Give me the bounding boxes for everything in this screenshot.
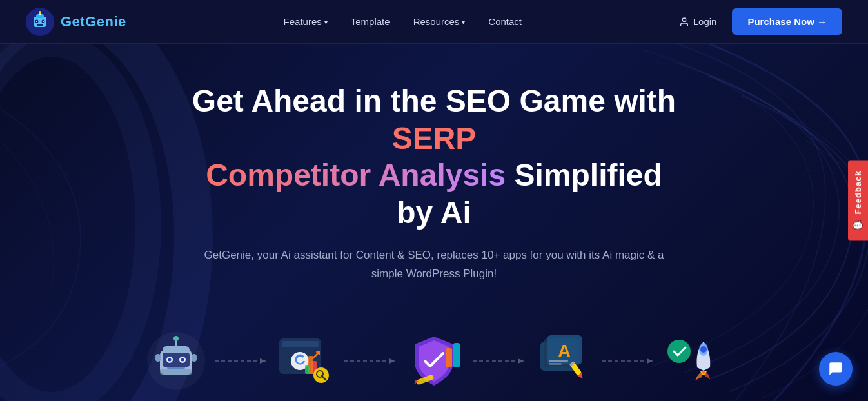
user-icon <box>679 17 689 27</box>
svg-rect-30 <box>282 341 319 347</box>
robot-icon-item <box>137 322 215 400</box>
svg-rect-25 <box>160 369 192 375</box>
analytics-icon-item <box>266 322 344 400</box>
svg-point-7 <box>43 21 44 22</box>
svg-point-57 <box>667 340 691 363</box>
feedback-icon: 💬 <box>853 219 863 230</box>
logo-text: GetGenie <box>61 14 126 30</box>
svg-point-59 <box>700 346 707 353</box>
hero-subtitle: GetGenie, your Ai assistant for Content … <box>189 246 679 284</box>
features-chevron-icon: ▾ <box>324 19 328 26</box>
purchase-button[interactable]: Purchase Now → <box>732 8 842 35</box>
nav-features[interactable]: Features ▾ <box>284 16 328 27</box>
svg-rect-40 <box>446 348 452 367</box>
chat-bubble-button[interactable] <box>819 352 853 386</box>
svg-rect-23 <box>155 354 161 362</box>
rocket-icon <box>660 329 724 393</box>
svg-point-20 <box>181 358 184 361</box>
svg-rect-50 <box>549 360 568 362</box>
svg-point-6 <box>36 21 37 22</box>
typography-icon: A <box>531 329 595 393</box>
robot-icon <box>146 331 207 392</box>
nav-contact[interactable]: Contact <box>488 16 522 27</box>
navbar: GetGenie Features ▾ Template Resources ▾… <box>0 0 868 44</box>
competitor-highlight: Competitor Analysis <box>206 158 506 192</box>
feature-icon-row: A <box>0 322 868 400</box>
hero-content: Get Ahead in the SEO Game with SERP Comp… <box>176 83 692 309</box>
shield-icon-item <box>395 322 473 400</box>
svg-rect-24 <box>192 354 197 362</box>
navbar-right: Login Purchase Now → <box>679 8 842 35</box>
navbar-nav: Features ▾ Template Resources ▾ Contact <box>284 16 522 27</box>
nav-resources[interactable]: Resources ▾ <box>413 16 466 27</box>
nav-template[interactable]: Template <box>351 16 390 27</box>
login-button[interactable]: Login <box>679 16 717 27</box>
svg-rect-8 <box>37 24 43 26</box>
svg-marker-45 <box>518 358 524 364</box>
feedback-label: Feedback <box>853 171 863 215</box>
analytics-icon <box>273 329 337 393</box>
connector-2 <box>344 355 395 367</box>
svg-rect-26 <box>167 367 185 369</box>
svg-point-9 <box>39 11 41 14</box>
svg-text:A: A <box>558 341 571 361</box>
connector-4 <box>602 355 653 367</box>
hero-section: Get Ahead in the SEO Game with SERP Comp… <box>0 44 868 401</box>
connector-1 <box>215 355 266 367</box>
svg-marker-39 <box>389 358 395 364</box>
serp-highlight: SERP <box>392 121 477 155</box>
svg-marker-28 <box>260 358 266 364</box>
svg-point-19 <box>168 358 171 361</box>
svg-rect-51 <box>549 363 562 365</box>
typography-icon-item: A <box>524 322 602 400</box>
logo-area: GetGenie <box>26 8 126 36</box>
svg-rect-34 <box>305 365 310 374</box>
svg-point-10 <box>682 18 686 21</box>
rocket-icon-item <box>653 322 731 400</box>
svg-marker-56 <box>647 358 653 364</box>
hero-title: Get Ahead in the SEO Game with SERP Comp… <box>189 83 679 231</box>
svg-point-35 <box>313 367 329 383</box>
svg-point-22 <box>173 336 179 341</box>
resources-chevron-icon: ▾ <box>462 19 465 26</box>
chat-icon <box>827 360 844 377</box>
shield-check-icon <box>402 329 466 393</box>
connector-3 <box>473 355 524 367</box>
svg-rect-41 <box>453 343 460 367</box>
logo-icon <box>26 8 54 36</box>
feedback-tab[interactable]: 💬 Feedback <box>848 161 868 241</box>
